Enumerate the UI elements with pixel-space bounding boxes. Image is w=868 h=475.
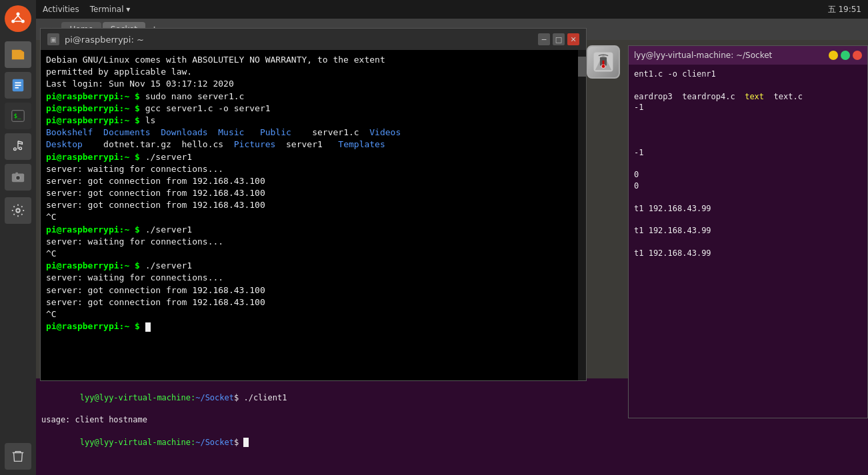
svg-point-3 <box>21 20 25 23</box>
vm-close-btn[interactable] <box>853 51 862 60</box>
clock: 五 19:51 <box>828 5 861 14</box>
vm-controls <box>829 51 862 60</box>
vm-title: lyy@lyy-virtual-machine: ~/Socket <box>634 51 772 60</box>
svg-point-1 <box>17 13 20 16</box>
vm-line-2 <box>634 80 862 91</box>
ubuntu-icon[interactable] <box>5 5 31 32</box>
rpi-line-23: pi@raspberrypi:~ $ <box>46 320 581 332</box>
svg-text:$_: $_ <box>14 112 22 119</box>
trash-icon[interactable] <box>5 443 31 470</box>
rpi-close-btn[interactable]: ✕ <box>567 33 579 45</box>
rpi-line-13: server: got connection from 192.168.43.1… <box>46 199 581 211</box>
vm-line-7 <box>634 136 862 147</box>
rpi-line-7: Bookshelf Documents Downloads Music Publ… <box>46 127 581 139</box>
rpi-minimize-btn[interactable]: ─ <box>538 33 550 45</box>
vm-line-4: -1 <box>634 102 862 113</box>
vm-line-3: eardrop3 teardrop4.c text text.c <box>634 91 862 103</box>
topbar: Activities Terminal ▾ 五 19:51 <box>36 0 868 19</box>
rpi-line-11: server: got connection from 192.168.43.1… <box>46 175 581 187</box>
rpi-terminal-title: pi@raspberrypi: ~ <box>65 35 144 45</box>
rpi-line-14: ^C <box>46 211 581 223</box>
vm-line-11: 0 <box>634 181 862 192</box>
topbar-left: Activities Terminal ▾ <box>43 5 130 14</box>
desktop: $_ <box>0 0 868 475</box>
vm-line-17: t1 192.168.43.99 <box>634 248 862 259</box>
app-icon-area <box>587 45 627 79</box>
rpi-terminal-window: ▣ pi@raspberrypi: ~ ─ □ ✕ Debian GNU/Lin… <box>40 28 587 381</box>
rpi-terminal-icon: ▣ <box>47 33 59 45</box>
svg-point-15 <box>17 177 19 179</box>
text-editor-icon[interactable] <box>5 72 31 99</box>
rpi-line-3: Last login: Sun Nov 15 03:17:12 2020 <box>46 78 581 90</box>
rpi-line-12: server: got connection from 192.168.43.1… <box>46 187 581 199</box>
vm-titlebar: lyy@lyy-virtual-machine: ~/Socket <box>629 46 867 65</box>
rpi-line-10: server: waiting for connections... <box>46 163 581 175</box>
rpi-line-17: ^C <box>46 248 581 260</box>
svg-point-2 <box>11 20 15 23</box>
vm-line-9 <box>634 158 862 169</box>
vm-line-8: -1 <box>634 147 862 159</box>
vm-line-1: ent1.c -o clienr1 <box>634 69 862 80</box>
terminal-menu[interactable]: Terminal ▾ <box>90 5 131 14</box>
filezilla-icon[interactable] <box>587 45 620 79</box>
vm-line-14 <box>634 214 862 225</box>
svg-rect-21 <box>603 61 605 65</box>
rpi-scroll-thumb[interactable] <box>578 57 586 77</box>
vm-minimize-btn[interactable] <box>829 51 838 60</box>
music-icon[interactable] <box>5 133 31 160</box>
vm-bottom-prompt-3: lyy@lyy-virtual-machine: <box>80 438 195 447</box>
svg-point-20 <box>601 65 605 69</box>
rpi-line-21: server: got connection from 192.168.43.1… <box>46 296 581 308</box>
rpi-line-1: Debian GNU/Linux comes with ABSOLUTELY N… <box>46 54 581 66</box>
rpi-line-9: pi@raspberrypi:~ $ ./server1 <box>46 151 581 163</box>
vm-terminal-body[interactable]: ent1.c -o clienr1 eardrop3 teardrop4.c t… <box>629 65 867 418</box>
topbar-right: 五 19:51 <box>828 4 861 15</box>
camera-icon[interactable] <box>5 164 31 191</box>
rpi-line-19: server: waiting for connections... <box>46 272 581 284</box>
rpi-terminal-controls: ─ □ ✕ <box>538 33 579 45</box>
svg-point-17 <box>16 209 20 213</box>
vm-bottom-prompt-1: lyy@lyy-virtual-machine: <box>80 393 195 402</box>
vm-bottom-line-3: lyy@lyy-virtual-machine:~/Socket$ <box>41 426 863 459</box>
rpi-line-15: pi@raspberrypi:~ $ ./server1 <box>46 224 581 236</box>
activities-label[interactable]: Activities <box>43 5 79 14</box>
terminal-icon[interactable]: $_ <box>5 103 31 129</box>
vm-line-6 <box>634 125 862 136</box>
vm-line-10: 0 <box>634 169 862 181</box>
rpi-line-18: pi@raspberrypi:~ $ ./server1 <box>46 260 581 272</box>
rpi-terminal-body[interactable]: Debian GNU/Linux comes with ABSOLUTELY N… <box>41 50 586 380</box>
vm-maximize-btn[interactable] <box>841 51 850 60</box>
rpi-line-22: ^C <box>46 308 581 320</box>
vm-line-13: t1 192.168.43.99 <box>634 203 862 215</box>
vm-line-5 <box>634 113 862 125</box>
settings-icon[interactable] <box>5 197 31 224</box>
vm-line-12 <box>634 192 862 203</box>
rpi-maximize-btn[interactable]: □ <box>553 33 565 45</box>
files-icon[interactable] <box>5 41 31 68</box>
rpi-line-6: pi@raspberrypi:~ $ ls <box>46 115 581 127</box>
svg-rect-16 <box>15 173 18 175</box>
rpi-line-2: permitted by applicable law. <box>46 66 581 78</box>
rpi-line-4: pi@raspberrypi:~ $ sudo nano server1.c <box>46 91 581 103</box>
rpi-line-16: server: waiting for connections... <box>46 236 581 248</box>
vm-terminal-window: lyy@lyy-virtual-machine: ~/Socket ent1.c… <box>628 45 868 418</box>
vm-line-15: t1 192.168.43.99 <box>634 225 862 237</box>
rpi-line-20: server: got connection from 192.168.43.1… <box>46 284 581 296</box>
rpi-terminal-titlebar: ▣ pi@raspberrypi: ~ ─ □ ✕ <box>41 29 586 50</box>
rpi-line-5: pi@raspberrypi:~ $ gcc server1.c -o serv… <box>46 103 581 115</box>
rpi-scrollbar[interactable] <box>578 50 586 380</box>
vm-line-16 <box>634 237 862 248</box>
taskbar-left: $_ <box>0 0 36 475</box>
rpi-line-8: Desktop dotnet.tar.gz hello.cs Pictures … <box>46 139 581 151</box>
